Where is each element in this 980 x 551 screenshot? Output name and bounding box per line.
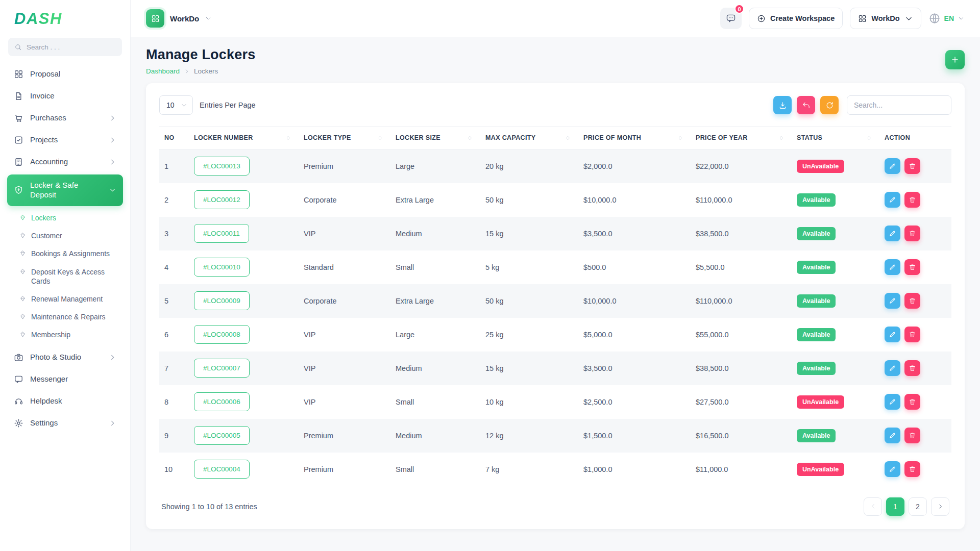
delete-button[interactable]	[904, 461, 920, 477]
workspace-switcher-button[interactable]: WorkDo	[850, 8, 921, 29]
chevron-down-icon	[904, 14, 913, 23]
sidebar-subitem-maintenance-repairs[interactable]: Maintenance & Repairs	[14, 308, 123, 326]
col-header-price-of-month[interactable]: PRICE OF MONTH	[578, 127, 691, 149]
locker-number-chip[interactable]: #LOC00012	[194, 190, 250, 209]
edit-button[interactable]	[885, 461, 900, 477]
cell-price-year: $38,500.0	[691, 217, 792, 251]
sidebar-item-helpdesk[interactable]: Helpdesk	[7, 390, 123, 412]
cell-action	[879, 251, 951, 284]
row-actions	[885, 192, 946, 208]
status-badge: Available	[797, 294, 836, 308]
sidebar-subitem-deposit-keys-access-cards[interactable]: Deposit Keys & Access Cards	[14, 263, 123, 290]
refresh-button[interactable]	[820, 96, 839, 114]
sidebar-item-locker-safe-deposit[interactable]: Locker & Safe Deposit	[7, 174, 123, 206]
sidebar-item-proposal[interactable]: Proposal	[7, 63, 123, 85]
sidebar-subitem-bookings-assignments[interactable]: Bookings & Assignments	[14, 245, 123, 263]
messages-button[interactable]: 0	[720, 8, 742, 29]
chevron-down-icon	[181, 102, 187, 109]
create-workspace-button[interactable]: Create Workspace	[749, 8, 843, 29]
locker-number-chip[interactable]: #LOC00010	[194, 258, 250, 277]
edit-button[interactable]	[885, 428, 900, 443]
table-search-input[interactable]	[847, 95, 951, 115]
sidebar-item-accounting[interactable]: Accounting	[7, 151, 123, 173]
edit-button[interactable]	[885, 192, 900, 208]
delete-button[interactable]	[904, 192, 920, 208]
pagination-page-1[interactable]: 1	[886, 497, 904, 516]
locker-number-chip[interactable]: #LOC00011	[194, 224, 249, 243]
col-header-locker-size[interactable]: LOCKER SIZE	[390, 127, 480, 149]
col-header-status[interactable]: STATUS	[792, 127, 879, 149]
pagination-next[interactable]	[931, 497, 949, 516]
cell-no: 2	[159, 183, 189, 217]
cell-no: 10	[159, 453, 189, 486]
locker-number-chip[interactable]: #LOC00007	[194, 359, 250, 378]
sidebar-item-label: Accounting	[30, 157, 68, 167]
locker-number-chip[interactable]: #LOC00004	[194, 460, 250, 479]
sidebar-search-input[interactable]	[27, 43, 116, 51]
cell-locker-number: #LOC00013	[189, 149, 299, 183]
sidebar-item-projects[interactable]: Projects	[7, 129, 123, 151]
delete-button[interactable]	[904, 293, 920, 309]
entries-per-page-select[interactable]: 10	[159, 95, 193, 115]
pagination-prev[interactable]	[864, 497, 882, 516]
edit-button[interactable]	[885, 293, 900, 309]
sidebar-item-settings[interactable]: Settings	[7, 412, 123, 434]
locker-number-chip[interactable]: #LOC00013	[194, 157, 250, 176]
sidebar-item-invoice[interactable]: Invoice	[7, 85, 123, 107]
brand-logo[interactable]: DASH	[7, 0, 123, 38]
cell-price-month: $1,500.0	[578, 419, 691, 453]
breadcrumb-dashboard[interactable]: Dashboard	[146, 67, 180, 75]
delete-button[interactable]	[904, 158, 920, 174]
edit-button[interactable]	[885, 226, 900, 241]
sidebar-subitem-renewal-management[interactable]: Renewal Management	[14, 290, 123, 308]
cell-status: Available	[792, 183, 879, 217]
sidebar-item-purchases[interactable]: Purchases	[7, 107, 123, 129]
pagination-page-2[interactable]: 2	[909, 497, 927, 516]
table-row: 2#LOC00012CorporateExtra Large50 kg$10,0…	[159, 183, 951, 217]
edit-button[interactable]	[885, 394, 900, 410]
sidebar-item-photo-studio[interactable]: Photo & Studio	[7, 346, 123, 368]
locker-number-chip[interactable]: #LOC00009	[194, 291, 250, 310]
delete-icon	[909, 196, 916, 204]
export-button[interactable]	[773, 96, 792, 114]
cell-status: Available	[792, 419, 879, 453]
cell-locker-number: #LOC00010	[189, 251, 299, 284]
delete-button[interactable]	[904, 327, 920, 342]
delete-button[interactable]	[904, 259, 920, 275]
workspace-tile	[146, 9, 164, 28]
delete-button[interactable]	[904, 428, 920, 443]
add-locker-button[interactable]	[945, 50, 965, 69]
edit-button[interactable]	[885, 360, 900, 376]
delete-button[interactable]	[904, 394, 920, 410]
col-header-locker-type[interactable]: LOCKER TYPE	[299, 127, 390, 149]
locker-number-chip[interactable]: #LOC00006	[194, 392, 250, 411]
workspace-selector[interactable]: WorkDo	[146, 9, 212, 28]
locker-number-chip[interactable]: #LOC00008	[194, 325, 250, 344]
purchases-icon	[14, 113, 23, 123]
proposal-icon	[14, 69, 23, 79]
cell-price-year: $5,500.0	[691, 251, 792, 284]
locker-number-chip[interactable]: #LOC00005	[194, 426, 250, 445]
sidebar-subitem-lockers[interactable]: Lockers	[14, 209, 123, 227]
edit-button[interactable]	[885, 158, 900, 174]
sidebar-subitem-customer[interactable]: Customer	[14, 227, 123, 245]
cell-no: 5	[159, 284, 189, 318]
language-selector[interactable]: EN	[928, 12, 965, 24]
sidebar-subitem-membership[interactable]: Membership	[14, 326, 123, 344]
edit-button[interactable]	[885, 327, 900, 342]
edit-button[interactable]	[885, 259, 900, 275]
cell-locker-type: Standard	[299, 251, 390, 284]
col-header-price-of-year[interactable]: PRICE OF YEAR	[691, 127, 792, 149]
row-actions	[885, 259, 946, 275]
cell-locker-type: Premium	[299, 149, 390, 183]
delete-button[interactable]	[904, 360, 920, 376]
cell-max-capacity: 50 kg	[480, 284, 578, 318]
undo-button[interactable]	[797, 96, 815, 114]
globe-icon	[928, 12, 941, 24]
delete-button[interactable]	[904, 226, 920, 241]
sidebar-item-messenger[interactable]: Messenger	[7, 368, 123, 390]
col-header-max-capacity[interactable]: MAX CAPACITY	[480, 127, 578, 149]
cell-status: Available	[792, 251, 879, 284]
sidebar-search[interactable]	[8, 38, 122, 56]
col-header-locker-number[interactable]: LOCKER NUMBER	[189, 127, 299, 149]
